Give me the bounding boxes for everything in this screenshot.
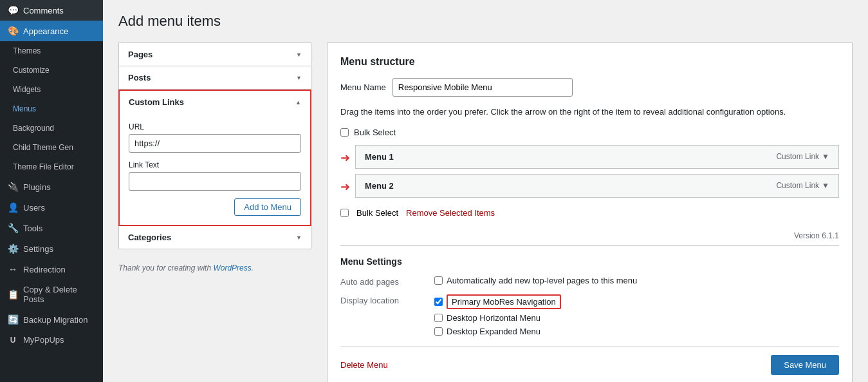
sidebar-item-customize[interactable]: Customize <box>0 61 103 80</box>
comments-icon: 💬 <box>8 5 18 15</box>
menu-name-input[interactable] <box>392 78 573 97</box>
custom-links-body: URL Link Text Add to Menu <box>120 113 310 225</box>
desktop-expanded-option[interactable]: Desktop Expanded Menu <box>434 327 561 336</box>
appearance-icon: 🎨 <box>8 26 18 36</box>
auto-add-options: Automatically add new top-level pages to… <box>434 276 637 285</box>
categories-accordion-header[interactable]: Categories <box>119 226 311 249</box>
posts-chevron-icon <box>296 74 302 81</box>
tools-icon: 🔧 <box>8 223 18 233</box>
sidebar-item-child-theme-gen[interactable]: Child Theme Gen <box>0 138 103 157</box>
auto-add-row: Auto add pages Automatically add new top… <box>340 276 839 287</box>
auto-add-label: Auto add pages <box>340 276 424 287</box>
pages-accordion: Pages <box>118 43 311 66</box>
sidebar-item-backup-migration[interactable]: 🔄 Backup Migration <box>0 309 103 330</box>
left-panel: Pages Posts Custom Links U <box>118 43 311 382</box>
auto-add-checkbox[interactable] <box>434 276 443 285</box>
delete-menu-link[interactable]: Delete Menu <box>340 360 388 370</box>
menu-item-2[interactable]: Menu 2 Custom Link ▼ <box>355 174 839 198</box>
remove-selected-button[interactable]: Remove Selected Items <box>406 208 495 218</box>
sidebar-item-menus[interactable]: Menus <box>0 99 103 119</box>
sidebar-item-settings[interactable]: ⚙️ Settings <box>0 238 103 259</box>
posts-accordion-header[interactable]: Posts <box>119 66 311 89</box>
content-wrapper: Pages Posts Custom Links U <box>118 43 853 382</box>
menu2-expand-icon: ▼ <box>822 181 829 190</box>
add-to-menu-button[interactable]: Add to Menu <box>234 198 301 216</box>
sidebar: 💬 Comments 🎨 Appearance Themes Customize… <box>0 0 103 382</box>
custom-links-chevron-icon <box>295 99 301 106</box>
main-content: Add menu items Pages Posts Cu <box>103 0 868 382</box>
sidebar-item-tools[interactable]: 🔧 Tools <box>0 218 103 238</box>
menu-settings-title: Menu Settings <box>340 256 839 267</box>
bottom-bulk-row: Bulk Select Remove Selected Items <box>340 208 839 218</box>
desktop-horizontal-option[interactable]: Desktop Horizontal Menu <box>434 313 561 323</box>
primary-nav-checkbox[interactable] <box>434 298 443 306</box>
backup-icon: 🔄 <box>8 314 18 325</box>
desktop-expanded-checkbox[interactable] <box>434 327 443 336</box>
thank-you-text: Thank you for creating with WordPress. <box>118 257 311 275</box>
bottom-bulk-checkbox[interactable] <box>340 209 349 217</box>
redirection-icon: ↔ <box>8 264 18 274</box>
plugins-icon: 🔌 <box>8 182 18 192</box>
display-location-row: Display location Primary MobRes Navigati… <box>340 294 839 336</box>
link-text-row: Link Text <box>129 160 301 191</box>
posts-accordion: Posts <box>118 66 311 90</box>
menu1-type: Custom Link ▼ <box>776 152 829 161</box>
auto-add-option[interactable]: Automatically add new top-level pages to… <box>434 276 637 285</box>
users-icon: 👤 <box>8 202 18 213</box>
sidebar-item-mypopups[interactable]: U MyPopUps <box>0 330 103 350</box>
categories-chevron-icon <box>296 234 302 241</box>
sidebar-item-users[interactable]: 👤 Users <box>0 197 103 218</box>
top-bulk-label[interactable]: Bulk Select <box>354 128 396 137</box>
menu2-name: Menu 2 <box>365 181 394 191</box>
pages-accordion-header[interactable]: Pages <box>119 43 311 66</box>
sidebar-item-widgets[interactable]: Widgets <box>0 80 103 99</box>
menu2-arrow-icon: ➜ <box>340 180 350 194</box>
primary-nav-option[interactable]: Primary MobRes Navigation <box>434 294 561 309</box>
categories-accordion: Categories <box>118 226 311 249</box>
menu1-expand-icon: ▼ <box>822 152 829 161</box>
version-wrapper: Version 6.1.1 <box>340 231 839 240</box>
sidebar-item-background[interactable]: Background <box>0 119 103 138</box>
link-text-label: Link Text <box>129 160 301 169</box>
menu1-arrow-icon: ➜ <box>340 151 350 165</box>
menu-settings: Menu Settings Auto add pages Automatical… <box>340 245 839 336</box>
menu-item-1[interactable]: Menu 1 Custom Link ▼ <box>355 145 839 169</box>
top-bulk-select-row: Bulk Select <box>340 128 839 137</box>
display-location-options: Primary MobRes Navigation Desktop Horizo… <box>434 294 561 336</box>
url-label: URL <box>129 122 301 131</box>
footer-row: Delete Menu Save Menu <box>340 347 839 375</box>
sidebar-item-themes[interactable]: Themes <box>0 41 103 61</box>
drag-instruction: Drag the items into the order you prefer… <box>340 106 839 119</box>
page-title: Add menu items <box>118 13 853 30</box>
wordpress-link[interactable]: WordPress <box>213 263 251 272</box>
menu-name-label: Menu Name <box>340 82 386 92</box>
save-menu-button[interactable]: Save Menu <box>771 355 839 375</box>
bottom-bulk-label[interactable]: Bulk Select <box>356 208 398 218</box>
mypopups-icon: U <box>8 336 18 345</box>
sidebar-item-comments[interactable]: 💬 Comments <box>0 0 103 21</box>
sidebar-item-theme-file-editor[interactable]: Theme File Editor <box>0 157 103 177</box>
version-text: Version 6.1.1 <box>794 231 839 240</box>
custom-links-accordion: Custom Links URL Link Text Add to Menu <box>118 90 311 226</box>
menu2-type: Custom Link ▼ <box>776 181 829 190</box>
sidebar-item-redirection[interactable]: ↔ Redirection <box>0 259 103 280</box>
menu-item-1-wrapper: ➜ Menu 1 Custom Link ▼ <box>340 145 839 171</box>
menu1-name: Menu 1 <box>365 152 394 162</box>
menu-item-2-wrapper: ➜ Menu 2 Custom Link ▼ <box>340 174 839 200</box>
desktop-horizontal-checkbox[interactable] <box>434 314 443 322</box>
display-location-label: Display location <box>340 294 424 305</box>
add-to-menu-row: Add to Menu <box>129 198 301 216</box>
right-panel: Menu structure Menu Name Drag the items … <box>327 43 853 382</box>
menu-structure-title: Menu structure <box>340 56 839 68</box>
pages-chevron-icon <box>296 51 302 58</box>
url-input[interactable] <box>129 134 301 153</box>
sidebar-item-copy-delete-posts[interactable]: 📋 Copy & Delete Posts <box>0 280 103 309</box>
top-bulk-checkbox[interactable] <box>340 128 349 137</box>
sidebar-item-plugins[interactable]: 🔌 Plugins <box>0 177 103 197</box>
primary-nav-label-text: Primary MobRes Navigation <box>447 294 561 309</box>
copy-delete-icon: 📋 <box>8 289 18 300</box>
custom-links-accordion-header[interactable]: Custom Links <box>120 91 310 113</box>
sidebar-item-appearance[interactable]: 🎨 Appearance <box>0 21 103 41</box>
link-text-input[interactable] <box>129 172 301 191</box>
menu-name-row: Menu Name <box>340 78 839 97</box>
